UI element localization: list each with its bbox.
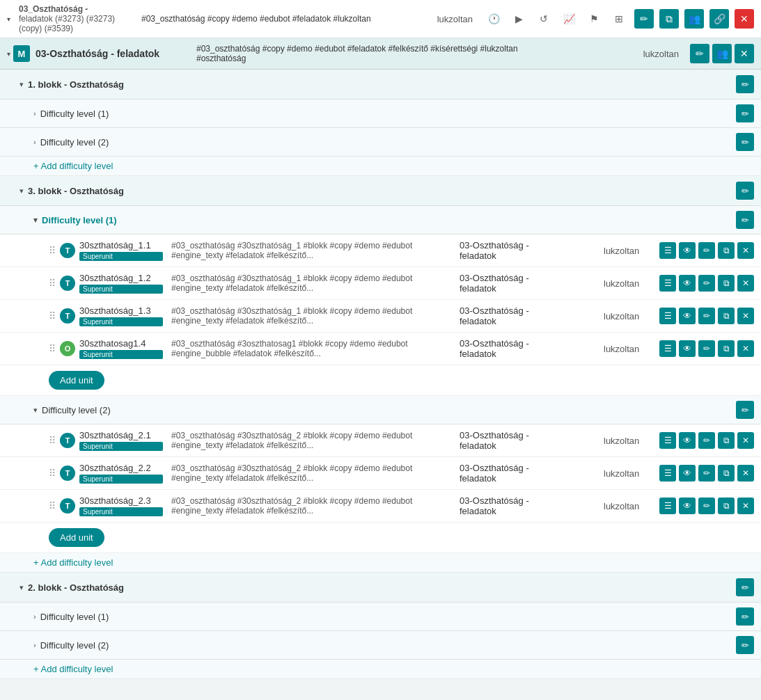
screen-icon-btn[interactable]: ⊞ <box>609 9 629 29</box>
block2-edit-btn[interactable]: ✏ <box>736 578 754 596</box>
unit-copy-btn-1-1[interactable]: ⧉ <box>718 242 735 259</box>
difficulty-row-2-1: › Difficulty level (1) ✏ <box>0 603 761 631</box>
diff2-2-toggle[interactable]: › <box>33 641 36 649</box>
unit-db-btn-2-1[interactable]: ☰ <box>659 432 676 449</box>
unit-db-btn-1-1[interactable]: ☰ <box>659 242 676 259</box>
unit-edit-btn-2-1[interactable]: ✏ <box>698 432 715 449</box>
unit-view-btn-2-1[interactable]: 👁 <box>679 432 696 449</box>
diff2-2-actions: ✏ <box>736 636 754 654</box>
drag-handle-2-1[interactable]: ⠿ <box>49 435 56 446</box>
unit-db-btn-2-3[interactable]: ☰ <box>659 498 676 514</box>
diff2-2-edit-btn[interactable]: ✏ <box>736 636 754 654</box>
unit-name-2-3: 30szthatóság_2.3 <box>79 495 163 506</box>
unit-view-btn-2-2[interactable]: 👁 <box>679 465 696 482</box>
unit-view-btn-1-2[interactable]: 👁 <box>679 275 696 292</box>
unit-db-btn-2-2[interactable]: ☰ <box>659 465 676 482</box>
unit-edit-btn-1-3[interactable]: ✏ <box>698 308 715 324</box>
unit-delete-btn-2-1[interactable]: ✕ <box>737 432 754 449</box>
unit-copy-btn-1-2[interactable]: ⧉ <box>718 275 735 292</box>
unit-name-2-1: 30szthatóság_2.1 <box>79 430 163 440</box>
unit-view-btn-2-3[interactable]: 👁 <box>679 498 696 514</box>
unit-db-btn-1-3[interactable]: ☰ <box>659 308 676 324</box>
chart-icon-btn[interactable]: 📈 <box>559 9 579 29</box>
superunit-badge-1-4: Superunit <box>79 350 163 359</box>
unit-edit-btn-1-4[interactable]: ✏ <box>698 340 715 357</box>
drag-handle-1-3[interactable]: ⠿ <box>49 310 56 321</box>
unit-copy-btn-1-3[interactable]: ⧉ <box>718 308 735 324</box>
section-chevron[interactable]: ▾ <box>7 50 10 58</box>
section-edit-btn[interactable]: ✏ <box>690 44 709 63</box>
unit-delete-btn-2-2[interactable]: ✕ <box>737 465 754 482</box>
add-unit-row-3-2: Add unit <box>0 523 761 553</box>
play-icon-btn[interactable]: ▶ <box>509 9 528 29</box>
diff2-1-name: Difficulty level (1) <box>40 612 736 622</box>
drag-handle-2-3[interactable]: ⠿ <box>49 500 56 511</box>
unit-delete-btn-1-2[interactable]: ✕ <box>737 275 754 292</box>
section-people-btn[interactable]: 👥 <box>712 44 732 63</box>
drag-handle-1-2[interactable]: ⠿ <box>49 278 56 289</box>
unit-edit-btn-1-2[interactable]: ✏ <box>698 275 715 292</box>
diff2-1-toggle[interactable]: › <box>33 612 36 621</box>
diff1-1-actions: ✏ <box>736 104 754 122</box>
flag-icon-btn[interactable]: ⚑ <box>584 9 604 29</box>
unit-view-btn-1-1[interactable]: 👁 <box>679 242 696 259</box>
unit-copy-btn-2-1[interactable]: ⧉ <box>718 432 735 449</box>
unit-delete-btn-2-3[interactable]: ✕ <box>737 498 754 514</box>
unit-db-btn-1-4[interactable]: ☰ <box>659 340 676 357</box>
unit-view-btn-1-3[interactable]: 👁 <box>679 308 696 324</box>
section-icon: M <box>13 45 30 62</box>
diff2-1-actions: ✏ <box>736 607 754 626</box>
unit-edit-btn-1-1[interactable]: ✏ <box>698 242 715 259</box>
add-difficulty-link-1[interactable]: + Add difficulty level <box>33 161 113 171</box>
header-user: lukzoltan <box>437 14 473 24</box>
unit-delete-btn-1-4[interactable]: ✕ <box>737 340 754 357</box>
block1-toggle[interactable]: ▾ <box>19 80 24 89</box>
drag-handle-1-4[interactable]: ⠿ <box>49 343 56 354</box>
diff3-2-edit-btn[interactable]: ✏ <box>736 401 754 419</box>
diff3-1-edit-btn[interactable]: ✏ <box>736 211 754 229</box>
unit-info-1-1: 30szthatóság_1.1 Superunit <box>79 240 163 261</box>
unit-info-1-4: 30szthatosag1.4 Superunit <box>79 338 163 359</box>
drag-handle-1-1[interactable]: ⠿ <box>49 245 56 256</box>
section-delete-btn[interactable]: ✕ <box>735 44 754 63</box>
close-icon-btn[interactable]: ✕ <box>735 9 754 29</box>
block1-edit-btn[interactable]: ✏ <box>736 75 754 93</box>
edit-icon-btn[interactable]: ✏ <box>634 9 654 29</box>
unit-type-badge-2-3: T <box>60 498 75 514</box>
block3-edit-btn[interactable]: ✏ <box>736 182 754 200</box>
block1-name: 1. blokk - Oszthatóság <box>28 79 736 90</box>
unit-user-1-4: lukzoltan <box>604 344 659 354</box>
unit-actions-2-3: ☰ 👁 ✏ ⧉ ✕ <box>659 498 754 514</box>
unit-delete-btn-1-1[interactable]: ✕ <box>737 242 754 259</box>
diff1-1-edit-btn[interactable]: ✏ <box>736 104 754 122</box>
diff1-2-edit-btn[interactable]: ✏ <box>736 133 754 151</box>
block3-toggle[interactable]: ▾ <box>19 186 24 196</box>
add-difficulty-link-3[interactable]: + Add difficulty level <box>33 557 113 568</box>
block2-toggle[interactable]: ▾ <box>19 583 24 592</box>
add-difficulty-link-2[interactable]: + Add difficulty level <box>33 664 113 674</box>
unit-row-2-3: ⠿ T 30szthatóság_2.3 Superunit #03_oszth… <box>0 490 761 523</box>
unit-edit-btn-2-2[interactable]: ✏ <box>698 465 715 482</box>
diff3-2-toggle[interactable]: ▾ <box>33 406 38 415</box>
unit-copy-btn-2-3[interactable]: ⧉ <box>718 498 735 514</box>
diff2-1-edit-btn[interactable]: ✏ <box>736 607 754 626</box>
history-icon-btn[interactable]: 🕐 <box>484 9 503 29</box>
link-icon-btn[interactable]: 🔗 <box>709 9 729 29</box>
diff1-1-toggle[interactable]: › <box>33 109 36 118</box>
share-icon-btn[interactable]: ⧉ <box>659 9 679 29</box>
add-unit-btn-3-1[interactable]: Add unit <box>49 371 104 390</box>
reset-icon-btn[interactable]: ↺ <box>534 9 554 29</box>
unit-copy-btn-1-4[interactable]: ⧉ <box>718 340 735 357</box>
people-icon-btn[interactable]: 👥 <box>684 9 704 29</box>
unit-copy-btn-2-2[interactable]: ⧉ <box>718 465 735 482</box>
unit-delete-btn-1-3[interactable]: ✕ <box>737 308 754 324</box>
drag-handle-2-2[interactable]: ⠿ <box>49 468 56 479</box>
unit-edit-btn-2-3[interactable]: ✏ <box>698 498 715 514</box>
diff3-1-toggle[interactable]: ▾ <box>33 216 38 225</box>
unit-view-btn-1-4[interactable]: 👁 <box>679 340 696 357</box>
add-unit-btn-3-2[interactable]: Add unit <box>49 528 104 547</box>
unit-collection-1-2: 03-Oszthatóság -feladatok <box>460 273 604 294</box>
diff1-2-toggle[interactable]: › <box>33 138 36 146</box>
unit-collection-1-1: 03-Oszthatóság -feladatok <box>460 240 604 261</box>
unit-db-btn-1-2[interactable]: ☰ <box>659 275 676 292</box>
